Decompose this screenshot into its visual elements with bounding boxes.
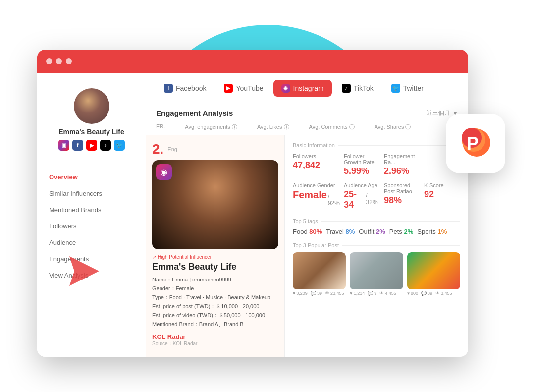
eng-label: Eng	[167, 146, 177, 152]
sidebar-twitter-icon[interactable]: 🐦	[114, 140, 125, 151]
info-type: Type：Food · Travel · Musice · Beauty & M…	[152, 294, 278, 301]
arrow-svg	[59, 251, 109, 291]
tab-instagram-label: Instagram	[293, 84, 324, 92]
tag-pets: Pets 2%	[389, 228, 413, 235]
potential-label: High Potential Influencer	[158, 254, 212, 260]
basic-info-title: Basic Information	[293, 142, 460, 148]
gender-pct: / 92%	[328, 193, 340, 207]
facebook-tab-icon: f	[164, 84, 173, 93]
svg-text:P: P	[467, 133, 479, 154]
avg-likes-label: Avg. Likes ⓘ	[257, 123, 289, 131]
tab-twitter[interactable]: 🐦 Twitter	[383, 80, 431, 97]
platform-tabs: f Facebook ▶ YouTube ◉ Instagram ♪ TikTo…	[146, 73, 468, 103]
browser-titlebar	[37, 50, 468, 73]
tag-travel: Travel 8%	[326, 228, 355, 235]
tags-section: Top 5 tags Food 80% Travel 8% Outfit 2% …	[293, 218, 460, 235]
tab-tiktok[interactable]: ♪ TikTok	[334, 80, 381, 97]
age-pct: / 32%	[366, 192, 380, 206]
ppt-badge: P	[446, 114, 505, 173]
post-3-image	[407, 252, 460, 289]
post-1-likes: ♥ 3,209	[293, 291, 308, 296]
stat-growth: Follower Growth Rate 5.99%	[344, 153, 380, 176]
kscore-value: 92	[424, 189, 460, 200]
avg-comments-label: Avg. Comments ⓘ	[309, 123, 355, 131]
followers-value: 47,842	[293, 160, 340, 170]
tab-facebook[interactable]: f Facebook	[156, 80, 214, 97]
posts-grid: ♥ 3,209 💬 39 👁 23,455 ♥ 1,234 💬 9 👁 4,45…	[293, 252, 460, 296]
content-split: 2. Eng ◉ ↗ High Potential Influencer E	[146, 135, 468, 357]
tab-twitter-label: Twitter	[403, 84, 424, 92]
sidebar-youtube-icon[interactable]: ▶	[86, 140, 97, 151]
gender-value: Female	[293, 189, 327, 201]
sidebar-instagram-icon[interactable]: ▣	[58, 140, 69, 151]
post-2-views: 👁 4,455	[379, 291, 396, 296]
nav-mentioned-brands[interactable]: Mentioned Brands	[37, 202, 146, 218]
post-1-comments: 💬 39	[311, 291, 322, 296]
influencer-name: Emma's Beauty Life	[152, 262, 278, 272]
post-3-comments: 💬 39	[421, 291, 432, 296]
main-content: f Facebook ▶ YouTube ◉ Instagram ♪ TikTo…	[146, 73, 468, 357]
post-1-stats: ♥ 3,209 💬 39 👁 23,455	[293, 291, 346, 296]
influencer-photo: ◉	[152, 160, 278, 249]
stat-followers: Followers 47,842	[293, 153, 340, 176]
stat-engagement: Engagement Ra... 2.96%	[384, 153, 420, 176]
browser-body: Emma's Beauty Life ▣ f ▶ ♪ 🐦 Overview Si…	[37, 73, 468, 357]
avg-shares-label: Avg. Shares ⓘ	[374, 123, 411, 131]
gender-label: Audience Gender	[293, 182, 340, 188]
influencer-panel: 2. Eng ◉ ↗ High Potential Influencer E	[146, 135, 285, 357]
tab-facebook-label: Facebook	[176, 84, 206, 92]
avg-engagements-label: Avg. engagements ⓘ	[185, 123, 237, 131]
kol-brand: KOL Radar	[152, 333, 278, 340]
window-dot-1	[46, 58, 52, 64]
growth-value: 5.99%	[344, 166, 380, 176]
section-header: Engagement Analysis 近三個月 ▼	[146, 103, 468, 121]
engagement-rate-value: 2.96%	[384, 166, 420, 176]
er-value: 2.	[152, 141, 163, 157]
nav-similar-influencers[interactable]: Similar Influencers	[37, 185, 146, 202]
stats-panel: Basic Information Followers 47,842 Follo…	[285, 135, 468, 357]
nav-audience[interactable]: Audience	[37, 234, 146, 251]
tab-youtube[interactable]: ▶ YouTube	[216, 80, 271, 97]
instagram-tab-icon: ◉	[281, 84, 290, 93]
post-1: ♥ 3,209 💬 39 👁 23,455	[293, 252, 346, 296]
post-1-views: 👁 23,455	[325, 291, 344, 296]
nav-overview[interactable]: Overview	[37, 169, 146, 185]
info-mentioned-brand: Mentioned Brand：Brand A、Brand B	[152, 321, 278, 328]
info-gender: Gender：Female	[152, 285, 278, 292]
twitter-tab-icon: 🐦	[391, 84, 400, 93]
post-2: ♥ 1,234 💬 9 👁 4,455	[350, 252, 403, 296]
tag-outfit: Outfit 2%	[359, 228, 385, 235]
kol-source: Source：KOL Radar	[152, 340, 278, 347]
tag-food: Food 80%	[293, 228, 322, 235]
profile-name: Emma's Beauty Life	[58, 128, 124, 136]
sidebar-facebook-icon[interactable]: f	[72, 140, 83, 151]
kscore-label: K-Score	[424, 182, 460, 188]
profile-section: Emma's Beauty Life ▣ f ▶ ♪ 🐦	[37, 83, 146, 161]
post-1-image	[293, 252, 346, 289]
stat-sponsored: Sponsored Post Ratiao 98%	[384, 182, 420, 210]
youtube-tab-icon: ▶	[224, 84, 233, 93]
sponsored-label: Sponsored Post Ratiao	[384, 182, 420, 194]
age-label: Audience Age	[344, 182, 380, 188]
er-label: ER.	[156, 123, 165, 131]
post-2-likes: ♥ 1,234	[350, 291, 365, 296]
tags-title: Top 5 tags	[293, 218, 460, 224]
date-filter-label: 近三個月	[427, 109, 450, 117]
engagement-rate-label: Engagement Ra...	[384, 153, 420, 165]
potential-icon: ↗	[152, 254, 156, 260]
tag-sports: Sports 1%	[417, 228, 447, 235]
instagram-photo-badge: ◉	[156, 164, 172, 180]
nav-followers[interactable]: Followers	[37, 218, 146, 234]
sponsored-value: 98%	[384, 195, 420, 206]
metrics-row: ER. Avg. engagements ⓘ Avg. Likes ⓘ Avg.…	[146, 121, 468, 135]
ppt-logo-svg: P	[456, 124, 495, 164]
info-name: Name：Emma | emmachen9999	[152, 276, 278, 283]
sidebar-tiktok-icon[interactable]: ♪	[100, 140, 111, 151]
stat-age: Audience Age 25-34 / 32%	[344, 182, 380, 210]
stat-gender: Audience Gender Female / 92%	[293, 182, 340, 210]
post-3-stats: ♥ 800 💬 39 👁 3,455	[407, 291, 460, 296]
tab-instagram[interactable]: ◉ Instagram	[273, 80, 332, 97]
post-3-views: 👁 3,455	[435, 291, 452, 296]
window-dot-2	[56, 58, 62, 64]
followers-label: Followers	[293, 153, 340, 159]
